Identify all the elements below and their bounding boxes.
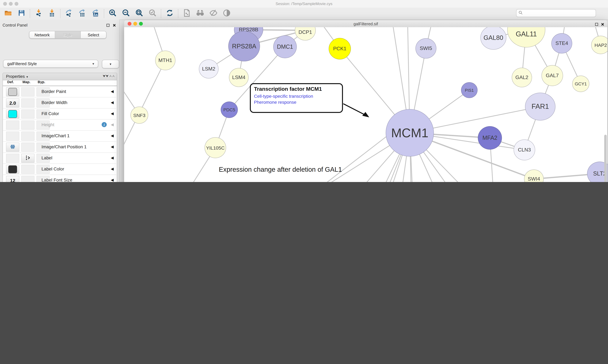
export-network-button[interactable] [63, 9, 75, 19]
network-node-mth1[interactable]: MTH1 [155, 51, 175, 70]
canvas-vertical-scrollbar[interactable] [604, 135, 607, 182]
map-value-cell[interactable] [21, 154, 35, 163]
network-node-gcy1[interactable]: GCY1 [572, 76, 589, 92]
def-value-cell[interactable] [6, 109, 19, 118]
search-field[interactable] [516, 9, 596, 17]
mcm1-annotation[interactable]: Transcription factor MCM1 Cell-type-spec… [250, 83, 343, 113]
network-node-dmc1[interactable]: DMC1 [273, 35, 297, 58]
network-node-yil105c[interactable]: YIL105C [205, 137, 226, 158]
save-session-button[interactable] [16, 9, 27, 19]
expand-property-icon[interactable]: ◀ [111, 100, 114, 105]
import-table-button[interactable] [46, 9, 58, 19]
network-node-lsm4[interactable]: LSM4 [229, 68, 249, 87]
node-label: YIL105C [206, 145, 225, 150]
def-value-cell[interactable]: 12 [6, 176, 19, 182]
map-value-cell[interactable] [21, 176, 35, 182]
property-row-height[interactable]: Heighti◀ [3, 119, 116, 130]
map-value-cell[interactable] [21, 120, 35, 130]
map-value-cell[interactable] [21, 87, 35, 96]
property-row-label-font-size[interactable]: 12Label Font Size◀ [3, 175, 116, 182]
property-row-image-chart-1[interactable]: Image/Chart 1◀ [3, 130, 116, 142]
network-node-ste4[interactable]: STE4 [551, 33, 572, 53]
annotation-link[interactable]: Cell-type-specific transcription [254, 93, 339, 99]
property-row-border-width[interactable]: 2.0Border Width◀ [3, 97, 116, 108]
def-value-cell[interactable] [6, 131, 19, 141]
info-icon[interactable]: i [102, 122, 107, 127]
tab-select[interactable]: Select [81, 31, 106, 39]
export-image-button[interactable] [90, 9, 101, 19]
refresh-layout-button[interactable] [164, 9, 175, 19]
network-node-pdc5[interactable]: PDC5 [221, 102, 238, 118]
zoom-out-button[interactable] [120, 9, 132, 19]
float-panel-icon[interactable] [106, 23, 110, 28]
property-row-label-color[interactable]: Label Color◀ [3, 164, 116, 175]
map-value-cell[interactable] [21, 165, 35, 174]
hide-panel-button[interactable] [208, 9, 219, 19]
network-node-mcm1[interactable]: MCM1 [386, 109, 434, 156]
def-value-cell[interactable] [6, 120, 19, 130]
expand-property-icon[interactable]: ◀ [111, 144, 114, 149]
tab-style[interactable]: Style [55, 31, 81, 39]
network-node-lsm2[interactable]: LSM2 [199, 59, 219, 78]
zoom-selected-button[interactable] [147, 9, 158, 19]
expand-property-icon[interactable]: ◀ [111, 133, 114, 138]
property-label: Height [41, 122, 54, 127]
map-value-cell[interactable] [21, 98, 35, 107]
network-node-gal7[interactable]: GAL7 [541, 65, 563, 86]
color-swatch [8, 110, 17, 118]
property-row-image-chart-position-1[interactable]: Image/Chart Position 1◀ [3, 141, 116, 153]
property-row-fill-color[interactable]: Fill Color◀ [3, 108, 116, 119]
network-node-pis1[interactable]: PIS1 [461, 82, 478, 98]
show-panel-button[interactable] [221, 9, 233, 19]
collapse-all-icon[interactable]: ⮝⮝ [109, 74, 115, 78]
network-node-far1[interactable]: FAR1 [525, 93, 555, 120]
map-value-cell[interactable] [21, 143, 35, 152]
network-node-gal2[interactable]: GAL2 [512, 68, 532, 87]
close-panel-icon[interactable] [112, 23, 116, 28]
expand-property-icon[interactable]: ◀ [111, 156, 114, 160]
expand-property-icon[interactable]: ◀ [111, 111, 114, 116]
expand-property-icon[interactable]: ◀ [111, 178, 114, 182]
map-value-cell[interactable] [21, 109, 35, 118]
expand-all-icon[interactable]: ⮟⮟ [103, 74, 109, 78]
def-value-cell[interactable] [6, 87, 19, 96]
zoom-selected-icon [149, 9, 157, 18]
def-value-cell[interactable]: 2.0 [6, 98, 19, 107]
network-canvas[interactable]: RPS28BDCP1RPS28ADMC1PCK1MTH1LSM2LSM4SNF3… [124, 27, 607, 182]
find-button[interactable] [194, 9, 206, 19]
network-window-titlebar[interactable]: galFiltered.sif [124, 20, 607, 27]
network-snapshot-button[interactable] [181, 9, 193, 19]
network-node-cln3[interactable]: CLN3 [514, 140, 535, 160]
export-table-button[interactable] [77, 9, 88, 19]
zoom-in-button[interactable] [107, 9, 118, 19]
annotation-link[interactable]: Pheromone response [254, 99, 339, 105]
network-node-snf3[interactable]: SNF3 [130, 106, 148, 124]
expand-property-icon[interactable]: ◀ [111, 167, 114, 171]
node-label: FAR1 [532, 103, 549, 111]
float-window-icon[interactable] [595, 22, 598, 27]
network-node-pck1[interactable]: PCK1 [329, 38, 351, 59]
zoom-fit-button[interactable] [134, 9, 145, 19]
network-edge[interactable] [305, 130, 395, 182]
property-row-label[interactable]: Label◀ [3, 152, 116, 164]
close-view-icon[interactable] [601, 22, 605, 27]
expand-property-icon[interactable]: ◀ [111, 122, 114, 127]
network-node-swi5[interactable]: SWI5 [415, 38, 436, 59]
expand-property-icon[interactable]: ◀ [111, 89, 114, 94]
map-value-cell[interactable] [21, 131, 35, 141]
network-node-mfa2[interactable]: MFA2 [478, 126, 502, 150]
def-value-cell[interactable] [6, 165, 19, 174]
property-row-border-paint[interactable]: Border Paint◀ [3, 86, 116, 97]
def-value-cell[interactable] [6, 143, 19, 152]
hide-panel-icon [209, 9, 218, 18]
open-session-button[interactable] [2, 9, 14, 19]
tab-network[interactable]: Network [29, 31, 55, 39]
def-value-cell[interactable] [6, 154, 19, 163]
network-node-rps28a[interactable]: RPS28A [228, 31, 260, 61]
import-network-button[interactable] [33, 9, 44, 19]
position-icon [10, 144, 15, 150]
style-options-button[interactable]: ▼ [102, 60, 119, 68]
properties-title[interactable]: Properties ▼ [6, 74, 28, 79]
search-input[interactable] [523, 11, 587, 16]
style-selector[interactable]: galFiltered Style ▼ [3, 60, 98, 68]
